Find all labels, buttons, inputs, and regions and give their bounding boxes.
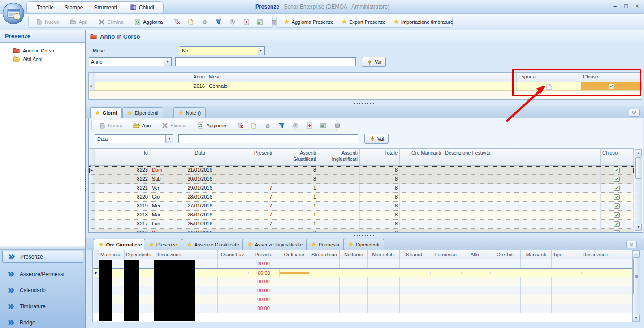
col-anno[interactable]: Anno (95, 73, 207, 82)
tab-assenze-giustificate[interactable]: ★Assenze Giustificate (182, 239, 244, 250)
aggiorna-presenze-button[interactable]: ★Aggiorna Presenze (281, 17, 337, 26)
search-field-select[interactable]: Anno ▼ (89, 57, 172, 66)
ore-col-previste[interactable]: Previste (248, 250, 279, 259)
funnel-clear-button[interactable] (171, 17, 183, 26)
giorni-row[interactable]: ▶8223Dom31/01/201688✔ (89, 166, 634, 175)
col-mese[interactable]: Mese (207, 73, 517, 82)
checkbox-checked-icon[interactable]: ✔ (614, 177, 620, 182)
doc-export-button[interactable] (303, 121, 316, 130)
maximize-button[interactable]: □ (622, 3, 630, 9)
checkbox-checked-icon[interactable]: ✔ (614, 168, 620, 173)
collapse-panel-button[interactable] (629, 109, 640, 117)
checkbox-checked-icon[interactable]: ✔ (609, 84, 614, 89)
tab-ore-giornaliere[interactable]: ★Ore Giornaliere (94, 239, 147, 250)
ore-col-tipo[interactable]: Tipo (552, 250, 581, 259)
giorni-col-day[interactable] (150, 149, 172, 165)
sidebar-item-calendario[interactable]: Calendario (2, 285, 83, 296)
giorni-col-ore-mancanti[interactable]: Ore Mancanti (400, 149, 443, 165)
col-chiuso[interactable]: Chiuso (581, 73, 642, 82)
ore-scrollbar[interactable]: ▲ ▼ (632, 250, 640, 322)
importazione-timbrature-button[interactable]: ★Importazione timbrature (390, 17, 456, 26)
ore-col-permesso[interactable]: Permesso (430, 250, 461, 259)
aggiorna-button[interactable]: Aggiorna (131, 17, 165, 26)
sidebar-item-timbrature[interactable]: Timbrature (2, 301, 83, 312)
tab-dipendenti[interactable]: ★Dipendenti (122, 107, 163, 118)
sidebar-splitter[interactable] (0, 246, 85, 250)
cell-chiuso[interactable]: ✔ (601, 211, 634, 219)
mese-select[interactable]: No ▼ (180, 46, 265, 55)
giorni-row[interactable]: 8222Sab30/01/201688✔ (89, 175, 634, 184)
ore-col-altre[interactable]: Altre (461, 250, 490, 259)
tab-giorni[interactable]: ★Giorni (90, 107, 122, 118)
page-new-button[interactable] (185, 17, 197, 26)
tab-permessi[interactable]: ★Permessi (306, 239, 344, 250)
aggiorna-button[interactable]: Aggiorna (194, 121, 229, 130)
ore-col-straord-[interactable]: Straord. (400, 250, 430, 259)
ore-col-mancanti[interactable]: Mancanti (521, 250, 552, 259)
ore-col-ore-tot-[interactable]: Ore Tot. (490, 250, 521, 259)
blob-gray-button[interactable] (331, 121, 343, 130)
tab-note-[interactable]: ★Note () (173, 107, 206, 118)
sidebar-item-assenze-permessi[interactable]: Assenze/Permessi (2, 268, 83, 280)
checkbox-checked-icon[interactable]: ✔ (614, 186, 620, 191)
ore-col-notturne[interactable]: Notturne (340, 250, 368, 259)
giorni-col-descrizione-festivit-[interactable]: Descrizione Festività (443, 149, 601, 165)
giorni-row[interactable]: 8218Mar26/01/2016718✔ (89, 211, 634, 220)
clock-gray-button[interactable] (226, 17, 238, 26)
cell-chiuso[interactable]: ✔ (601, 229, 634, 232)
esporta-cell[interactable] (517, 82, 581, 90)
giorni-col-presenti[interactable]: Presenti (228, 149, 274, 165)
apri-button[interactable]: Apri (130, 121, 154, 130)
clock-gray-button[interactable] (290, 121, 302, 130)
doc-export-button[interactable] (240, 17, 252, 26)
close-button[interactable]: × (634, 3, 641, 9)
chiuso-cell[interactable]: ✔ (581, 82, 642, 90)
tree-item-anno-in-corso[interactable]: Anno in Corso (0, 46, 85, 55)
giorni-row[interactable]: 8216Dom24/01/201688✔ (89, 229, 634, 232)
horizontal-splitter[interactable] (86, 100, 644, 106)
ore-col-non-retrib-[interactable]: Non retrib. (368, 250, 400, 259)
ore-col-descrizione[interactable]: Descrizione (581, 250, 634, 259)
giorni-col-id[interactable]: Id (95, 149, 150, 165)
funnel-blue-button[interactable] (276, 121, 288, 130)
cell-chiuso[interactable]: ✔ (601, 193, 634, 201)
year-row[interactable]: ▶ 2016 Gennaio ✔ (89, 82, 642, 91)
checkbox-checked-icon[interactable]: ✔ (614, 230, 620, 232)
checkbox-checked-icon[interactable]: ✔ (614, 194, 620, 200)
giorni-col-assenti[interactable]: Assenti Giustificati (274, 149, 318, 165)
cell-chiuso[interactable]: ✔ (601, 166, 634, 174)
giorni-col-totale[interactable]: Totale (360, 149, 400, 165)
sidebar-item-presenze[interactable]: Presenze (2, 251, 83, 263)
ore-col-dipendente[interactable]: Dipendente (125, 250, 154, 259)
ore-col-ordinarie[interactable]: Ordinarie (279, 250, 309, 259)
funnel-clear-button[interactable] (234, 121, 246, 130)
eraser-button[interactable] (262, 121, 274, 130)
tab-dipendenti[interactable]: ★Dipendenti (343, 239, 384, 250)
checkbox-checked-icon[interactable]: ✔ (614, 212, 620, 218)
tree-item-altri-anni[interactable]: Altri Anni (0, 55, 85, 63)
ore-col-matricola[interactable]: Matricola (99, 250, 125, 259)
sidebar-item-badge[interactable]: Badge (2, 317, 83, 328)
minimize-button[interactable]: – (611, 3, 618, 9)
ore-col-orario-lav-[interactable]: Orario Lav. (218, 250, 248, 259)
search-input[interactable] (175, 57, 356, 66)
giorni-col-assenti[interactable]: Assenti Ingiustificati (318, 149, 360, 165)
ore-col-descrizione[interactable]: Descrizione (154, 250, 218, 259)
export-presenze-button[interactable]: ★Export Presenze (338, 17, 389, 26)
sidebar-resize-handle[interactable] (84, 167, 86, 192)
tab-presenze[interactable]: ★Presenze (144, 239, 182, 250)
checkbox-checked-icon[interactable]: ✔ (614, 203, 620, 209)
checkbox-checked-icon[interactable]: ✔ (614, 221, 620, 227)
funnel-blue-button[interactable] (212, 17, 225, 26)
giorni-field-select[interactable]: Data ▼ (95, 134, 173, 143)
giorni-col-data[interactable]: Data (172, 149, 228, 165)
giorni-search-input[interactable] (178, 134, 358, 143)
window-green-button[interactable] (254, 17, 266, 26)
vai-button[interactable]: Vai (362, 57, 386, 67)
cell-chiuso[interactable]: ✔ (601, 175, 634, 183)
document-icon[interactable] (545, 83, 552, 90)
cell-chiuso[interactable]: ✔ (601, 202, 634, 210)
giorni-row[interactable]: 8221Ven29/01/2016718✔ (89, 184, 634, 193)
giorni-row[interactable]: 8220Gio28/01/2016718✔ (89, 193, 634, 202)
ore-col-straordinari[interactable]: Straordinari (309, 250, 340, 259)
